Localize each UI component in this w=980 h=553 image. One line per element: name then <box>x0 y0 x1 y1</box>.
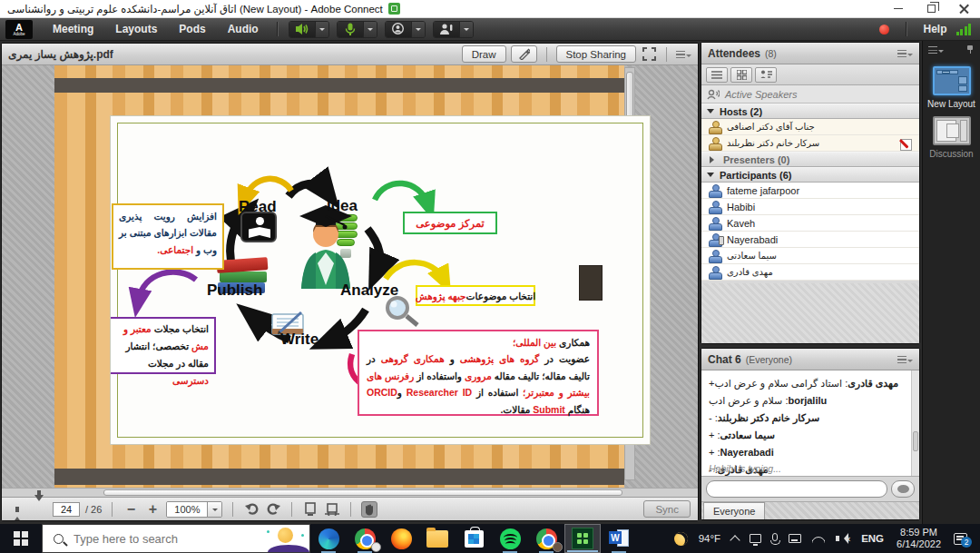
menu-meeting[interactable]: Meeting <box>42 23 104 35</box>
chat-scrollbar-thumb[interactable] <box>913 431 918 451</box>
display-icon[interactable] <box>744 524 767 553</box>
clock[interactable]: 8:59 PM 6/14/2022 <box>889 527 948 550</box>
page-down-button[interactable] <box>31 501 47 518</box>
shared-document-area[interactable]: Read Idea Analyze Write Publish <box>2 65 698 488</box>
sync-button[interactable]: Sync <box>643 500 691 518</box>
grid-view-button[interactable] <box>730 67 752 83</box>
minimize-button[interactable] <box>882 0 915 17</box>
page-number-input[interactable] <box>53 502 80 517</box>
attendees-options-menu[interactable] <box>897 48 913 59</box>
zoom-level-select[interactable]: 100% <box>166 501 222 518</box>
horizontal-scrollbar-thumb[interactable] <box>103 489 622 496</box>
zoom-out-button[interactable]: − <box>122 501 139 518</box>
profile-avatar <box>553 542 563 552</box>
language-indicator[interactable]: ENG <box>856 524 889 553</box>
attendee-row-host[interactable]: جناب آقای دکتر اصنافی <box>701 119 919 135</box>
webcam-dropdown[interactable] <box>411 22 425 37</box>
start-button[interactable] <box>0 524 42 553</box>
chat-message: مهدی قادری: استاد گرامی سلام و عرض ادب+ <box>709 375 910 392</box>
attendee-row[interactable]: Nayerabadi <box>701 232 919 248</box>
taskbar-app-word[interactable]: W <box>601 524 637 553</box>
notification-badge: 2 <box>961 537 972 548</box>
chat-scrollbar[interactable] <box>911 370 919 476</box>
status-view-button[interactable] <box>755 67 777 83</box>
fit-page-button[interactable] <box>302 501 318 518</box>
speaker-button-group[interactable] <box>289 21 329 38</box>
status-dropdown[interactable] <box>459 22 473 37</box>
menu-help[interactable]: Help <box>914 23 956 35</box>
layouts-options-menu[interactable] <box>928 44 944 55</box>
zoom-in-button[interactable]: + <box>144 501 161 518</box>
speaker-icon[interactable] <box>289 22 315 37</box>
tab-everyone[interactable]: Everyone <box>703 502 765 519</box>
attendee-row[interactable]: سیما سعادتی <box>701 248 919 264</box>
microphone-icon[interactable] <box>338 22 363 37</box>
pointer-pen-button[interactable] <box>511 45 537 63</box>
collapse-arrow-icon <box>707 109 714 117</box>
webcam-button-group[interactable] <box>385 21 426 38</box>
chat-message-input[interactable] <box>706 480 887 498</box>
list-view-button[interactable] <box>706 67 728 83</box>
undo-button[interactable] <box>243 501 260 518</box>
stop-sharing-button[interactable]: Stop Sharing <box>556 45 637 63</box>
taskbar-app-chrome-2[interactable] <box>528 524 564 553</box>
microphone-button-group[interactable] <box>337 21 377 38</box>
recording-indicator[interactable] <box>879 25 889 35</box>
redo-button[interactable] <box>265 501 281 518</box>
zoom-dropdown-arrow[interactable] <box>207 502 221 517</box>
fullscreen-icon[interactable] <box>641 46 657 63</box>
layout-item-new-layout[interactable]: New Layout <box>923 66 980 109</box>
attendee-row[interactable]: مهدی قادری <box>701 264 919 281</box>
hosts-group-header[interactable]: Hosts (2) <box>701 104 919 119</box>
speaker-dropdown[interactable] <box>315 22 328 37</box>
attendee-row[interactable]: Kaveh <box>701 215 919 232</box>
menu-layouts[interactable]: Layouts <box>104 23 168 35</box>
weather-moon-icon[interactable] <box>669 524 693 553</box>
weather-temperature[interactable]: 94°F <box>693 524 726 553</box>
layout-item-discussion[interactable]: Discussion <box>923 116 980 159</box>
presenters-group-header[interactable]: Presenters (0) <box>701 152 919 167</box>
attendee-row[interactable]: Habibi <box>701 199 919 215</box>
pan-hand-tool-button[interactable] <box>361 501 377 518</box>
taskbar-app-chrome[interactable] <box>347 524 383 553</box>
status-button-group[interactable] <box>433 21 474 38</box>
send-message-button[interactable] <box>891 480 915 498</box>
taskbar-app-explorer[interactable] <box>419 524 456 553</box>
taskbar-search[interactable] <box>42 524 310 553</box>
attendee-row[interactable]: fateme jafarpoor <box>701 183 919 199</box>
wifi-icon[interactable] <box>807 524 830 553</box>
notification-center[interactable]: 2 <box>948 524 980 553</box>
chat-options-menu[interactable] <box>897 354 913 365</box>
chat-messages-area[interactable]: مهدی قادری: استاد گرامی سلام و عرض ادب+ … <box>701 370 919 477</box>
layout-thumbnail[interactable] <box>933 116 971 145</box>
firefox-icon <box>391 528 412 549</box>
close-button[interactable] <box>947 0 980 17</box>
page-up-button[interactable] <box>9 501 25 518</box>
keyboard-icon[interactable] <box>783 524 807 553</box>
raise-hand-status-icon[interactable] <box>434 22 459 37</box>
menu-audio[interactable]: Audio <box>217 23 270 35</box>
tray-overflow-chevron[interactable] <box>726 524 744 553</box>
menu-pods[interactable]: Pods <box>168 23 216 35</box>
attendee-row-host[interactable]: سرکار خانم دکتر نظربلند <box>701 135 919 152</box>
layout-thumbnail[interactable] <box>933 66 971 95</box>
webcam-icon[interactable] <box>386 22 411 37</box>
share-pod-options-menu[interactable] <box>676 49 691 60</box>
microphone-tray-icon[interactable] <box>767 524 783 553</box>
fit-width-button[interactable] <box>324 501 340 518</box>
node-write: Write <box>280 331 318 349</box>
volume-muted-icon[interactable]: × <box>830 524 856 553</box>
taskbar-app-store[interactable] <box>456 524 492 553</box>
pin-icon[interactable] <box>965 44 975 54</box>
participants-group-header[interactable]: Participants (6) <box>701 167 919 183</box>
taskbar-app-edge[interactable] <box>310 524 347 553</box>
connection-signal-icon[interactable] <box>956 24 972 35</box>
taskbar-app-spotify[interactable] <box>492 524 528 553</box>
draw-button[interactable]: Draw <box>462 45 506 63</box>
zoom-level-value: 100% <box>167 502 207 517</box>
microphone-dropdown[interactable] <box>363 22 377 37</box>
horizontal-scrollbar[interactable] <box>2 488 698 497</box>
taskbar-app-firefox[interactable] <box>383 524 419 553</box>
maximize-button[interactable] <box>915 0 947 17</box>
taskbar-app-adobe-connect[interactable] <box>564 524 601 553</box>
